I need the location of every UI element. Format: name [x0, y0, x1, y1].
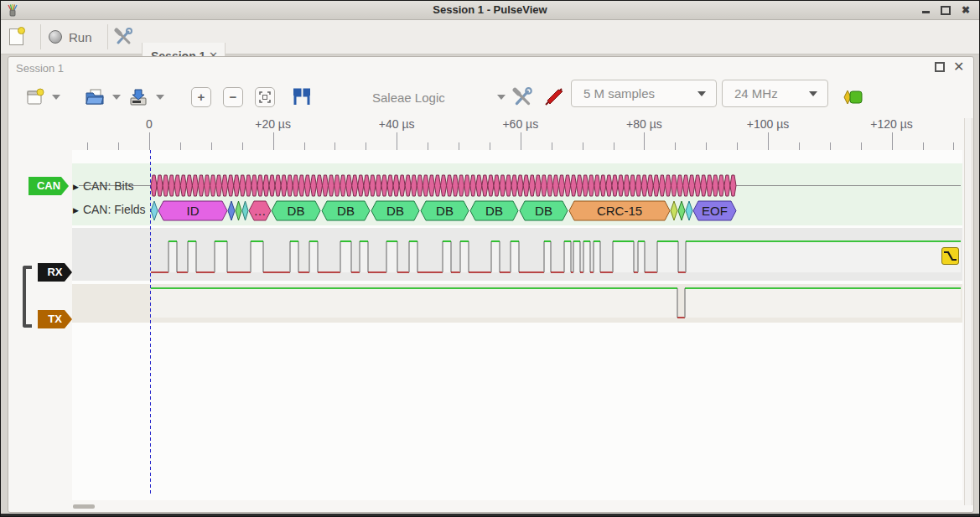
zoom-fit-button[interactable]: [255, 80, 275, 115]
trigger-badge[interactable]: [941, 247, 959, 265]
zoom-out-button[interactable]: −: [223, 80, 243, 115]
ruler-tick: [737, 142, 738, 150]
rx-row-background: [72, 228, 962, 281]
save-button[interactable]: [128, 80, 164, 115]
sample-rate-value: 24 MHz: [734, 86, 778, 101]
open-button[interactable]: [85, 80, 121, 115]
settings-button[interactable]: [114, 24, 134, 49]
ruler-tick: [706, 142, 707, 150]
run-button[interactable]: Run: [49, 24, 102, 49]
chevron-down-icon: [697, 91, 706, 96]
ruler-tick: [953, 142, 954, 150]
decoder-row-bits-label[interactable]: ▶CAN: Bits: [73, 179, 134, 193]
session-toolbar: + − Saleae Logic: [8, 80, 974, 115]
device-select[interactable]: Saleae Logic: [372, 80, 506, 115]
ruler-tick: [334, 142, 335, 150]
ruler-tick: [830, 142, 831, 150]
falling-edge-icon: [942, 248, 958, 264]
chevron-down-icon: [809, 91, 817, 96]
sample-count-select[interactable]: 5 M samples: [571, 80, 717, 107]
chevron-down-icon[interactable]: [156, 95, 164, 100]
vertical-scrollbar[interactable]: [964, 118, 972, 505]
new-file-icon: [9, 28, 23, 45]
ruler-tick: [428, 142, 428, 150]
subwindow-maximize-button[interactable]: [935, 61, 945, 75]
ruler-tick-label: +20 µs: [255, 117, 291, 131]
expand-arrow-icon[interactable]: ▶: [73, 183, 79, 191]
decoder-row-fields-label[interactable]: ▶CAN: Fields: [73, 203, 146, 216]
time-ruler[interactable]: 0+20 µs+40 µs+60 µs+80 µs+100 µs+120 µs: [1, 115, 980, 150]
bits-baseline: [79, 185, 961, 186]
zoom-in-button[interactable]: +: [191, 80, 211, 115]
ruler-tick: [768, 132, 769, 150]
ruler-tick-label: +40 µs: [379, 117, 415, 131]
new-view-button[interactable]: [26, 80, 60, 115]
ruler-tick: [180, 142, 181, 150]
new-view-icon: [26, 88, 44, 106]
sample-count-value: 5 M samples: [583, 86, 655, 101]
ruler-tick: [397, 132, 397, 150]
ruler-tick: [273, 132, 274, 150]
pulseview-window: Session 1 - PulseView ✖ Run Session 1 ✕: [0, 0, 980, 517]
ruler-tick: [799, 142, 800, 150]
ruler-tick: [459, 142, 459, 150]
ruler-tick: [87, 142, 88, 150]
channel-group-bracket[interactable]: [23, 266, 32, 328]
ruler-tick: [118, 142, 119, 150]
probe-button[interactable]: [542, 80, 564, 115]
channels-button[interactable]: [512, 80, 534, 115]
ruler-tick-label: +60 µs: [502, 117, 538, 131]
zoom-out-icon: −: [223, 87, 243, 107]
ruler-tick: [892, 132, 893, 150]
subwindow-title: Session 1: [16, 62, 64, 75]
zoom-fit-icon: [255, 87, 275, 107]
chevron-down-icon: [497, 95, 506, 100]
close-button[interactable]: ✖: [959, 4, 972, 16]
chevron-down-icon[interactable]: [112, 95, 121, 100]
ruler-tick-label: +120 µs: [870, 117, 913, 131]
wrench-screwdriver-icon: [114, 27, 134, 47]
ruler-tick: [861, 142, 862, 150]
ruler-tick: [366, 142, 366, 150]
expand-arrow-icon[interactable]: ▶: [73, 206, 79, 215]
titlebar: Session 1 - PulseView ✖: [1, 1, 979, 20]
can-decoder-tag[interactable]: CAN: [29, 177, 69, 195]
main-toolbar: Run Session 1 ✕: [1, 20, 979, 54]
show-cursors-button[interactable]: [290, 80, 314, 115]
probe-icon: [542, 86, 564, 108]
ruler-tick-label: +80 µs: [626, 117, 662, 131]
decoder-icon: [842, 88, 865, 106]
ruler-tick: [614, 142, 614, 150]
toolbar-separator: [107, 24, 108, 49]
horizontal-scrollbar[interactable]: [73, 504, 95, 509]
decoder-row-background: [72, 163, 962, 225]
open-folder-icon: [85, 88, 105, 106]
ruler-tick-label: 0: [146, 117, 153, 131]
ruler-tick: [675, 142, 676, 150]
ruler-tick: [211, 142, 212, 150]
add-decoder-button[interactable]: [842, 80, 865, 115]
subwindow-close-icon[interactable]: ✕: [953, 61, 964, 73]
toolbar-separator: [40, 24, 41, 49]
ruler-tick: [644, 132, 645, 150]
ruler-tick: [583, 142, 583, 150]
ruler-tick: [552, 142, 552, 150]
ruler-tick: [521, 132, 521, 150]
ruler-tick: [242, 142, 243, 150]
ruler-tick: [490, 142, 490, 150]
window-title: Session 1 - PulseView: [1, 3, 979, 16]
maximize-button[interactable]: [939, 4, 952, 16]
run-state-icon: [49, 30, 62, 44]
tx-row-background: [72, 284, 962, 323]
wrench-screwdriver-icon: [512, 86, 534, 108]
run-label: Run: [69, 30, 92, 44]
ruler-tick: [304, 142, 305, 150]
minimize-button[interactable]: [919, 4, 932, 16]
chevron-down-icon[interactable]: [52, 95, 60, 100]
sample-rate-select[interactable]: 24 MHz: [722, 80, 828, 107]
ruler-tick: [149, 132, 150, 150]
new-session-button[interactable]: [9, 24, 31, 49]
ruler-tick: [923, 142, 924, 150]
device-name: Saleae Logic: [372, 90, 445, 105]
window-frame-edge: [1, 514, 979, 516]
